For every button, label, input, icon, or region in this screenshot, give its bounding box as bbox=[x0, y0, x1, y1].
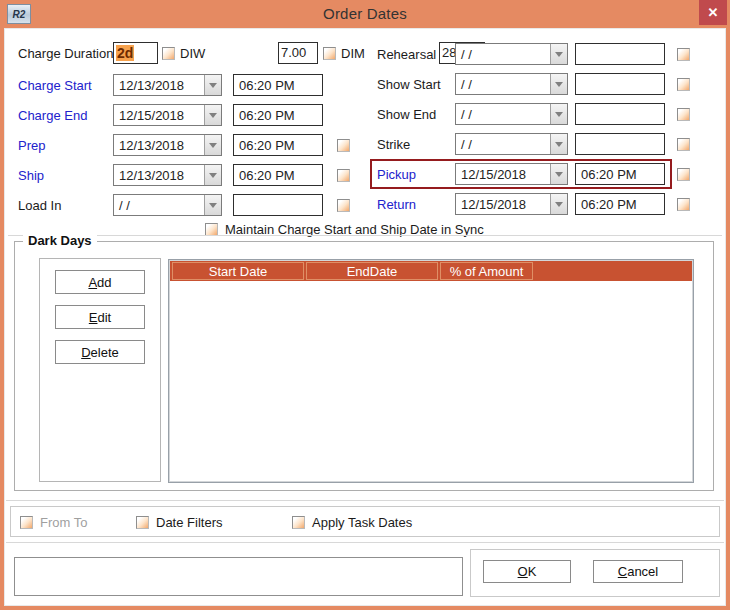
load-in-label: Load In bbox=[18, 198, 113, 213]
ship-row: Ship 12/13/2018 06:20 PM bbox=[18, 164, 350, 186]
show-start-date-dropdown[interactable]: / / bbox=[455, 73, 568, 95]
ship-checkbox[interactable] bbox=[337, 169, 350, 182]
from-to-item: From To bbox=[20, 515, 87, 530]
chevron-down-icon[interactable] bbox=[204, 135, 221, 155]
dark-days-button-panel: Add Edit Delete bbox=[39, 258, 161, 482]
rehearsal-checkbox[interactable] bbox=[677, 48, 690, 61]
show-start-checkbox[interactable] bbox=[677, 78, 690, 91]
dark-days-table-body[interactable] bbox=[170, 281, 692, 481]
pickup-checkbox[interactable] bbox=[677, 168, 690, 181]
right-date-column: Rehearsal / / Show Start / / bbox=[377, 43, 690, 215]
charge-end-time-field[interactable]: 06:20 PM bbox=[233, 104, 323, 126]
pickup-time-field[interactable]: 06:20 PM bbox=[575, 163, 665, 185]
strike-row: Strike / / bbox=[377, 133, 690, 155]
dark-days-table: Start Date EndDate % of Amount bbox=[168, 259, 694, 483]
diw-label: DIW bbox=[180, 46, 275, 61]
prep-date-value: 12/13/2018 bbox=[114, 135, 204, 155]
close-button[interactable]: ✕ bbox=[699, 0, 727, 25]
show-end-label: Show End bbox=[377, 107, 455, 122]
show-end-row: Show End / / bbox=[377, 103, 690, 125]
chevron-down-icon[interactable] bbox=[550, 74, 567, 94]
prep-time-field[interactable]: 06:20 PM bbox=[233, 134, 323, 156]
chevron-down-icon[interactable] bbox=[550, 104, 567, 124]
charge-start-label: Charge Start bbox=[18, 78, 113, 93]
apply-task-dates-label: Apply Task Dates bbox=[312, 515, 412, 530]
dialog-content: Charge Duration 2d DIW 7.00 DIM 28.00 Ch… bbox=[4, 28, 726, 606]
prep-checkbox[interactable] bbox=[337, 139, 350, 152]
charge-end-date-dropdown[interactable]: 12/15/2018 bbox=[113, 104, 222, 126]
chevron-down-icon[interactable] bbox=[550, 44, 567, 64]
return-label: Return bbox=[377, 197, 455, 212]
dialog-title: Order Dates bbox=[0, 5, 730, 22]
strike-checkbox[interactable] bbox=[677, 138, 690, 151]
return-checkbox[interactable] bbox=[677, 198, 690, 211]
separator bbox=[6, 500, 724, 501]
date-filters-checkbox[interactable] bbox=[136, 516, 149, 529]
delete-button[interactable]: Delete bbox=[55, 340, 145, 364]
strike-fields: Strike / / bbox=[370, 129, 672, 159]
show-end-checkbox[interactable] bbox=[677, 108, 690, 121]
ship-time-field[interactable]: 06:20 PM bbox=[233, 164, 323, 186]
ok-button[interactable]: OK bbox=[483, 560, 571, 583]
return-time-field[interactable]: 06:20 PM bbox=[575, 193, 665, 215]
charge-start-date-dropdown[interactable]: 12/13/2018 bbox=[113, 74, 222, 96]
chevron-down-icon[interactable] bbox=[550, 194, 567, 214]
rehearsal-date-dropdown[interactable]: / / bbox=[455, 43, 568, 65]
charge-duration-field[interactable]: 2d bbox=[113, 42, 158, 64]
load-in-checkbox[interactable] bbox=[337, 199, 350, 212]
return-date-dropdown[interactable]: 12/15/2018 bbox=[455, 193, 568, 215]
load-in-row: Load In / / bbox=[18, 194, 350, 216]
show-end-time-field[interactable] bbox=[575, 103, 665, 125]
column-header-percent-amount: % of Amount bbox=[440, 262, 533, 280]
chevron-down-icon[interactable] bbox=[550, 164, 567, 184]
from-to-label: From To bbox=[40, 515, 87, 530]
rehearsal-label: Rehearsal bbox=[377, 47, 455, 62]
dark-days-groupbox: Dark Days Add Edit Delete Start Date End… bbox=[14, 241, 714, 491]
load-in-date-dropdown[interactable]: / / bbox=[113, 194, 222, 216]
separator bbox=[6, 542, 724, 543]
rehearsal-date-value: / / bbox=[456, 44, 550, 64]
chevron-down-icon[interactable] bbox=[204, 75, 221, 95]
order-dates-dialog: R2 Order Dates ✕ Charge Duration 2d DIW … bbox=[0, 0, 730, 610]
pickup-highlight-box: Pickup 12/15/2018 06:20 PM bbox=[370, 159, 672, 189]
show-start-time-field[interactable] bbox=[575, 73, 665, 95]
strike-time-field[interactable] bbox=[575, 133, 665, 155]
ship-date-value: 12/13/2018 bbox=[114, 165, 204, 185]
charge-start-time-field[interactable]: 06:20 PM bbox=[233, 74, 323, 96]
prep-row: Prep 12/13/2018 06:20 PM bbox=[18, 134, 350, 156]
pickup-row: Pickup 12/15/2018 06:20 PM bbox=[377, 163, 690, 185]
chevron-down-icon[interactable] bbox=[204, 165, 221, 185]
charge-duration-value: 2d bbox=[116, 45, 134, 61]
diw-field[interactable]: 7.00 bbox=[278, 42, 318, 64]
prep-date-dropdown[interactable]: 12/13/2018 bbox=[113, 134, 222, 156]
diw-checkbox[interactable] bbox=[323, 47, 336, 60]
chevron-down-icon[interactable] bbox=[204, 195, 221, 215]
column-header-end-date: EndDate bbox=[306, 262, 438, 280]
apply-task-dates-checkbox[interactable] bbox=[292, 516, 305, 529]
add-button[interactable]: Add bbox=[55, 270, 145, 294]
pickup-date-dropdown[interactable]: 12/15/2018 bbox=[455, 163, 568, 185]
charge-duration-checkbox[interactable] bbox=[162, 47, 175, 60]
column-header-start-date: Start Date bbox=[172, 262, 304, 280]
charge-duration-label: Charge Duration bbox=[18, 46, 113, 61]
cancel-button[interactable]: Cancel bbox=[593, 560, 683, 583]
charge-start-date-value: 12/13/2018 bbox=[114, 75, 204, 95]
note-input[interactable] bbox=[14, 557, 463, 596]
show-start-row: Show Start / / bbox=[377, 73, 690, 95]
load-in-date-value: / / bbox=[114, 195, 204, 215]
ship-date-dropdown[interactable]: 12/13/2018 bbox=[113, 164, 222, 186]
strike-date-value: / / bbox=[456, 134, 550, 154]
pickup-label: Pickup bbox=[377, 167, 455, 182]
load-in-time-field[interactable] bbox=[233, 194, 323, 216]
return-fields: Return 12/15/2018 06:20 PM bbox=[370, 189, 672, 219]
strike-date-dropdown[interactable]: / / bbox=[455, 133, 568, 155]
rehearsal-time-field[interactable] bbox=[575, 43, 665, 65]
left-date-column: Charge Start 12/13/2018 06:20 PM Charge … bbox=[18, 74, 350, 216]
strike-label: Strike bbox=[377, 137, 455, 152]
show-end-date-dropdown[interactable]: / / bbox=[455, 103, 568, 125]
rehearsal-fields: Rehearsal / / bbox=[370, 39, 672, 69]
charge-end-label: Charge End bbox=[18, 108, 113, 123]
chevron-down-icon[interactable] bbox=[204, 105, 221, 125]
edit-button[interactable]: Edit bbox=[55, 305, 145, 329]
chevron-down-icon[interactable] bbox=[550, 134, 567, 154]
